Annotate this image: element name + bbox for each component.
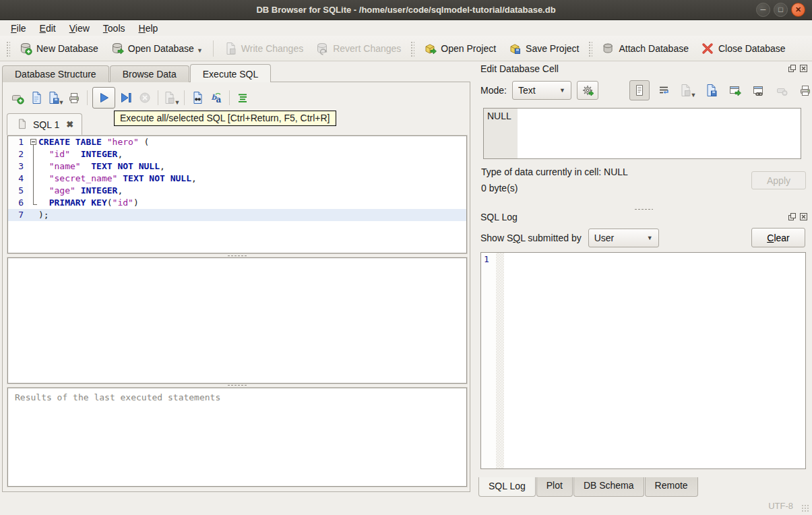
open-project-button[interactable]: Open Project	[417, 38, 502, 59]
find-replace-button[interactable]	[188, 88, 207, 107]
dock-close-icon[interactable]	[799, 212, 808, 221]
fold-margin[interactable]	[28, 136, 38, 148]
open-sql-file-button[interactable]	[27, 88, 46, 107]
tooltip-execute-sql: Execute all/selected SQL [Ctrl+Return, F…	[114, 111, 336, 126]
save-sql-file-button[interactable]: ▼	[46, 88, 65, 107]
sql-log-area[interactable]: 1	[480, 252, 806, 469]
clear-log-button[interactable]: Clear	[751, 228, 805, 247]
tab-database-structure[interactable]: Database Structure	[2, 65, 109, 82]
sql-editor-tab[interactable]: SQL 1✖	[7, 113, 82, 135]
export-data-button[interactable]	[701, 81, 720, 100]
set-null-button[interactable]	[772, 81, 791, 100]
title-bar: DB Browser for SQLite - /home/user/code/…	[0, 0, 812, 20]
code-text: CREATE TABLE "hero" (	[38, 136, 466, 148]
tab-execute-sql[interactable]: Execute SQL	[190, 64, 272, 82]
print-sql-button[interactable]	[65, 88, 84, 107]
menu-edit[interactable]: Edit	[33, 22, 63, 35]
save-project-button[interactable]: Save Project	[502, 38, 585, 59]
window-maximize-button[interactable]: □	[774, 3, 788, 17]
bottom-tab-remote[interactable]: Remote	[645, 477, 698, 497]
open-database-icon	[111, 42, 124, 55]
menu-tools[interactable]: Tools	[96, 22, 132, 35]
menu-help[interactable]: Help	[132, 22, 165, 35]
open-sql-file-icon	[30, 91, 43, 104]
find-replace-icon	[191, 91, 204, 104]
fold-margin	[28, 148, 38, 160]
cell-type-label: Type of data currently in cell: NULL	[481, 166, 628, 177]
encoding-indicator[interactable]: UTF-8	[768, 501, 793, 511]
line-number: 3	[8, 160, 28, 173]
cell-editor-icons: ▼	[629, 80, 812, 100]
dock-float-icon[interactable]	[788, 64, 797, 73]
editor-line[interactable]: 1CREATE TABLE "hero" (	[8, 136, 466, 148]
editor-line[interactable]: 7);	[8, 209, 466, 221]
bottom-tab-db-schema[interactable]: DB Schema	[573, 477, 644, 497]
window-controls: ─□✕	[756, 3, 805, 17]
editor-line[interactable]: 4 "secret_name" TEXT NOT NULL,	[8, 173, 466, 185]
toolbar-drag-handle[interactable]	[5, 40, 10, 57]
window-minimize-button[interactable]: ─	[756, 3, 770, 17]
sql-code-editor[interactable]: 1CREATE TABLE "hero" (2 "id" INTEGER,3 "…	[7, 135, 467, 253]
toolbar-drag-handle[interactable]	[410, 40, 414, 57]
toolbar-separator	[213, 40, 214, 57]
cell-mode-row: Mode: Text▼	[480, 81, 598, 100]
import-data-button[interactable]: ▼	[678, 81, 697, 100]
fold-margin	[28, 209, 38, 221]
menu-view[interactable]: View	[63, 22, 96, 35]
window-title: DB Browser for SQLite - /home/user/code/…	[256, 5, 555, 15]
close-tab-icon[interactable]: ✖	[66, 119, 73, 129]
toolbar-drag-handle[interactable]	[588, 40, 592, 57]
toolbar-separator	[184, 90, 185, 105]
execution-results-pane[interactable]: Results of the last executed statements	[7, 388, 467, 487]
execute-all-button[interactable]	[92, 87, 115, 109]
resize-grip[interactable]	[801, 504, 809, 512]
tab-browse-data[interactable]: Browse Data	[110, 65, 189, 82]
print-cell-button[interactable]	[796, 81, 812, 100]
open-in-external-button[interactable]	[725, 81, 744, 100]
svg-text:a: a	[216, 95, 222, 104]
dock-splitter[interactable]	[474, 206, 812, 212]
close-database-button[interactable]: Close Database	[695, 38, 792, 59]
word-wrap-button[interactable]	[654, 81, 673, 100]
execute-current-line-button[interactable]	[117, 88, 135, 107]
dock-float-icon[interactable]	[788, 212, 797, 221]
write-changes-button[interactable]: Write Changes	[218, 38, 309, 59]
dock-close-icon[interactable]	[799, 64, 808, 73]
attach-database-button[interactable]: Attach Database	[595, 38, 695, 59]
log-fold-margin	[496, 253, 504, 468]
stop-execution-button[interactable]	[135, 88, 154, 107]
menu-file[interactable]: File	[4, 22, 33, 35]
open-database-button[interactable]: Open Database▼	[104, 38, 209, 59]
bottom-tab-sql-log[interactable]: SQL Log	[478, 477, 536, 497]
cell-value-editor[interactable]: NULL	[483, 108, 801, 159]
bottom-tab-plot[interactable]: Plot	[536, 477, 573, 497]
editor-line[interactable]: 5 "age" INTEGER,	[8, 185, 466, 197]
window-close-button[interactable]: ✕	[791, 3, 805, 17]
text-mode-document-button[interactable]	[629, 80, 650, 100]
splitter-results-messages[interactable]	[7, 383, 467, 387]
log-line-number: 1	[481, 253, 496, 468]
write-changes-icon	[224, 42, 237, 55]
query-results-table-pane[interactable]	[7, 258, 467, 384]
link-data-button[interactable]	[749, 81, 768, 100]
auto-completion-button[interactable]: ba	[207, 88, 226, 107]
new-sql-tab-button[interactable]	[8, 88, 27, 107]
new-database-button[interactable]: New Database	[13, 38, 104, 59]
toolbar-separator	[87, 90, 88, 105]
edit-cell-dock-title: Edit Database Cell	[480, 63, 559, 74]
revert-changes-button[interactable]: Revert Changes	[309, 38, 407, 59]
editor-line[interactable]: 2 "id" INTEGER,	[8, 148, 466, 160]
save-project-icon	[508, 42, 522, 55]
export-data-icon	[704, 84, 718, 97]
apply-button[interactable]: Apply	[751, 171, 806, 189]
apply-settings-button[interactable]	[577, 81, 598, 100]
cell-mode-select[interactable]: Text▼	[512, 81, 571, 100]
new-database-icon	[19, 42, 32, 55]
editor-line[interactable]: 3 "name" TEXT NOT NULL,	[8, 160, 466, 173]
auto-completion-icon: ba	[210, 91, 223, 104]
sql-log-filter-row: Show SQL submitted by User▼ Clear	[480, 228, 805, 247]
save-results-button[interactable]: ▼	[162, 88, 181, 107]
log-filter-select[interactable]: User▼	[588, 229, 659, 247]
format-sql-button[interactable]	[233, 88, 252, 107]
editor-line[interactable]: 6 PRIMARY KEY("id")	[8, 197, 466, 209]
